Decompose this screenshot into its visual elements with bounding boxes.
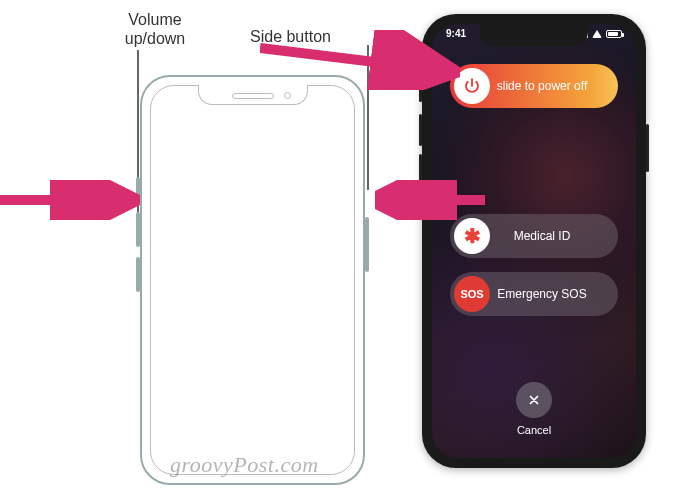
cancel-label: Cancel [517,424,551,436]
medical-id-label: Medical ID [490,229,614,243]
asterisk-icon: ✱ [464,226,481,246]
label-volume-updown: Volume up/down [110,10,200,48]
battery-icon [606,30,622,38]
medical-id-knob[interactable]: ✱ [454,218,490,254]
phone-screen: 9:41 slide to power off ✱ Medical ID SO [432,24,636,458]
power-off-label: slide to power off [490,79,614,93]
volume-up-button-render [419,114,422,146]
phone-outline-screen [150,85,355,475]
phone-outline [140,75,365,485]
close-icon [527,393,541,407]
slide-emergency-sos[interactable]: SOS Emergency SOS [450,272,618,316]
phone-render-notch [480,24,588,46]
power-icon [463,77,481,95]
watermark: groovyPost.com [170,452,319,478]
arrow-side-to-phone [260,30,460,90]
sos-knob[interactable]: SOS [454,276,490,312]
svg-line-1 [260,48,440,70]
side-button-outline [365,217,369,272]
sos-label: Emergency SOS [490,287,614,301]
wifi-icon [592,30,602,38]
slide-to-power-off[interactable]: slide to power off [450,64,618,108]
arrow-to-volume [0,180,140,220]
cancel-button[interactable] [516,382,552,418]
sos-icon: SOS [460,288,483,300]
side-button-render [646,124,649,172]
arrow-phone-to-side [375,180,495,220]
slide-medical-id[interactable]: ✱ Medical ID [450,214,618,258]
cancel-area: Cancel [432,382,636,436]
volume-down-button-outline [136,257,140,292]
